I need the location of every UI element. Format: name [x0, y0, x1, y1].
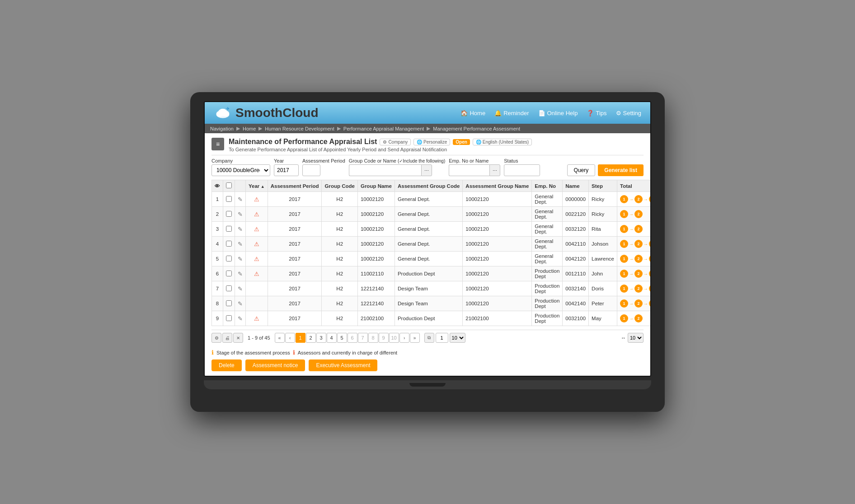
alert-icon: ⚠: [254, 241, 259, 247]
delete-button[interactable]: Delete: [211, 359, 242, 371]
online-help-nav-link[interactable]: 📄 Online Help: [538, 110, 578, 117]
edit-icon[interactable]: ✎: [238, 196, 243, 203]
row-ag-code: 10002120: [463, 192, 532, 207]
group-code-input[interactable]: [349, 164, 421, 176]
setting-nav-link[interactable]: ⚙ Setting: [616, 110, 641, 117]
row-year: 2017: [268, 311, 322, 326]
page-4-btn[interactable]: 4: [327, 333, 337, 343]
row-step: 1→2→3→4: [617, 266, 651, 281]
page-1-btn[interactable]: 1: [296, 333, 305, 343]
prev-page-btn[interactable]: ‹: [285, 333, 295, 343]
generate-button[interactable]: Generate list: [598, 164, 644, 176]
row-checkbox-cell: [223, 237, 235, 252]
page-3-btn[interactable]: 3: [316, 333, 326, 343]
row-checkbox[interactable]: [226, 196, 232, 202]
settings-icon-btn[interactable]: ⚙: [211, 333, 221, 343]
assessment-period-input[interactable]: [302, 164, 320, 176]
row-edit-cell: ✎: [235, 296, 246, 311]
row-edit-cell: ✎: [235, 237, 246, 252]
actions-bar: Delete Assessment notice Executive Asses…: [211, 359, 644, 371]
edit-icon[interactable]: ✎: [238, 241, 243, 247]
edit-icon[interactable]: ✎: [238, 271, 243, 277]
page-7-btn[interactable]: 7: [358, 333, 368, 343]
page-8-btn[interactable]: 8: [368, 333, 378, 343]
row-ag-name: General Dept.: [532, 207, 563, 222]
next-page-btn[interactable]: ›: [399, 333, 409, 343]
table-row: 7✎2017H212212140Design Team10002120Produ…: [212, 281, 652, 296]
first-page-btn[interactable]: «: [275, 333, 285, 343]
edit-icon[interactable]: ✎: [238, 300, 243, 307]
row-checkbox[interactable]: [226, 241, 232, 247]
rows-per-page-select[interactable]: 10 20 50: [450, 333, 465, 343]
row-checkbox[interactable]: [226, 211, 232, 217]
logo-area: ✈ SmoothCloud: [214, 106, 319, 120]
emp-search-input[interactable]: [449, 164, 489, 176]
legend-red-icon: ℹ: [293, 349, 295, 356]
edit-icon[interactable]: ✎: [238, 226, 243, 233]
row-checkbox-cell: [223, 222, 235, 237]
row-group-name: Production Dept: [395, 311, 462, 326]
row-emp-name: Rita: [589, 222, 617, 237]
reminder-nav-link[interactable]: 🔔 Reminder: [494, 110, 529, 117]
row-emp-name: Lawrence: [589, 252, 617, 266]
row-checkbox[interactable]: [226, 256, 232, 261]
company-filter-select[interactable]: 10000 DoubleGreen: [211, 164, 270, 176]
page-2-btn[interactable]: 2: [306, 333, 316, 343]
assessment-notice-button[interactable]: Assessment notice: [245, 359, 305, 371]
row-edit-cell: ✎: [235, 311, 246, 326]
emp-search-button[interactable]: ⋯: [489, 164, 500, 176]
home-nav-link[interactable]: 🏠 Home: [460, 110, 485, 117]
jump-to-page-input[interactable]: [436, 333, 448, 343]
row-year: 2017: [268, 192, 322, 207]
top-nav-links: 🏠 Home 🔔 Reminder 📄 Online Help ❓ Tips ⚙: [460, 110, 641, 117]
year-filter-input[interactable]: [274, 164, 299, 176]
row-checkbox[interactable]: [226, 300, 232, 306]
edit-icon[interactable]: ✎: [238, 315, 243, 322]
edit-icon[interactable]: ✎: [238, 256, 243, 262]
personalize-badge[interactable]: 🌐 Personalize: [413, 139, 450, 145]
row-group-code: 10002120: [357, 222, 395, 237]
row-checkbox-cell: [223, 207, 235, 222]
page-10-btn[interactable]: 10: [389, 333, 399, 343]
breadcrumb-pam[interactable]: Performance Appraisal Management: [343, 126, 424, 131]
query-button[interactable]: Query: [567, 164, 596, 176]
lang-badge[interactable]: 🌐 English (United States): [473, 139, 532, 145]
th-year[interactable]: Year: [246, 180, 268, 192]
page-6-btn[interactable]: 6: [348, 333, 357, 343]
company-badge[interactable]: ⚙ Company: [380, 139, 411, 145]
row-ag-code: 10002120: [463, 296, 532, 311]
edit-icon[interactable]: ✎: [238, 211, 243, 218]
status-filter-input[interactable]: [504, 164, 540, 176]
row-num: 1: [212, 192, 223, 207]
rows-per-page-right-select[interactable]: 10: [628, 333, 644, 343]
data-table: 👁 Year Assessment Period Group Code Grou…: [211, 180, 651, 326]
row-num: 8: [212, 296, 223, 311]
breadcrumb-mpa[interactable]: Management Performance Assessment: [433, 126, 520, 131]
group-code-search-button[interactable]: ⋯: [421, 164, 432, 176]
table-row: 4✎⚠2017H210002120General Dept.10002120Ge…: [212, 237, 652, 252]
breadcrumb-hrd[interactable]: Human Resource Development: [265, 126, 334, 131]
help-icon: 📄: [538, 110, 545, 117]
print-icon-btn[interactable]: 🖨: [222, 333, 232, 343]
th-period: Assessment Period: [268, 180, 322, 192]
row-period: H2: [322, 192, 357, 207]
executive-assessment-button[interactable]: Executive Assessment: [309, 359, 377, 371]
edit-icon[interactable]: ✎: [238, 285, 243, 292]
copy-icon-btn[interactable]: ⧉: [424, 333, 434, 343]
export-icon-btn[interactable]: ✕: [233, 333, 243, 343]
page-9-btn[interactable]: 9: [379, 333, 389, 343]
select-all-checkbox[interactable]: [226, 182, 232, 188]
page-5-btn[interactable]: 5: [337, 333, 347, 343]
alert-icon: ⚠: [254, 211, 259, 218]
row-checkbox[interactable]: [226, 285, 232, 291]
row-period: H2: [322, 252, 357, 266]
row-checkbox[interactable]: [226, 315, 232, 321]
breadcrumb-item[interactable]: Navigation: [210, 126, 234, 131]
tips-nav-link[interactable]: ❓ Tips: [587, 110, 606, 117]
row-ag-name: Production Dept: [532, 296, 563, 311]
row-checkbox[interactable]: [226, 226, 232, 232]
breadcrumb-home[interactable]: Home: [243, 126, 256, 131]
last-page-btn[interactable]: »: [410, 333, 420, 343]
row-checkbox[interactable]: [226, 271, 232, 276]
row-step: 1→2: [617, 311, 651, 326]
